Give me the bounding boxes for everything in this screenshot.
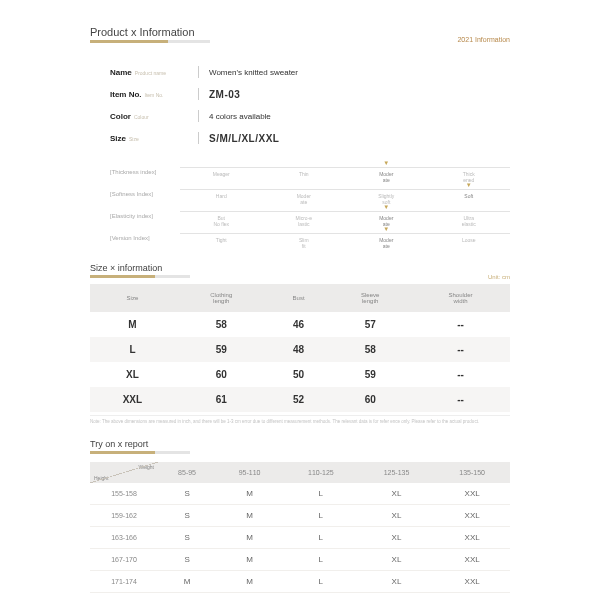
tryon-td: L [283, 505, 359, 527]
size-td: 57 [329, 312, 410, 337]
size-td: XL [90, 362, 175, 387]
tryon-td: XXL [434, 549, 510, 571]
size-td: -- [411, 312, 510, 337]
tryon-td: M [216, 483, 283, 505]
tryon-td: XXL [434, 527, 510, 549]
tryon-td: S [158, 549, 216, 571]
tryon-td: XL [359, 571, 435, 593]
tryon-row-header: 163-166 [90, 527, 158, 549]
tryon-table: WeightHeight85-9595-110110-125125-135135… [90, 462, 510, 593]
size-td: -- [411, 387, 510, 412]
size-unit: Unit: cm [90, 274, 510, 280]
tryon-td: L [283, 483, 359, 505]
info-label: NameProduct name [110, 68, 198, 77]
size-td: 59 [175, 337, 268, 362]
size-td: -- [411, 337, 510, 362]
attr-scale: HardModerateSlightlysoftSoft [180, 189, 510, 205]
size-td: 58 [329, 337, 410, 362]
attr-tick: Moderate [345, 168, 428, 183]
size-th: Size [90, 284, 175, 312]
size-td: L [90, 337, 175, 362]
size-note: Note: The above dimensions are measured … [90, 415, 510, 425]
size-td: 52 [268, 387, 330, 412]
tryon-th: 85-95 [158, 462, 216, 483]
size-title: Size × information [90, 263, 510, 273]
attr-tick: Slimfit [263, 234, 346, 249]
tryon-td: S [158, 527, 216, 549]
attr-tick: Thickened [428, 168, 511, 183]
tryon-td: S [158, 483, 216, 505]
tryon-td: L [283, 549, 359, 571]
attr-row: [Version Index]TightSlimfitModerateLoose [110, 233, 510, 249]
tryon-td: L [283, 571, 359, 593]
product-info: NameProduct nameWomen's knitted sweaterI… [110, 61, 510, 149]
attr-tick: Slightlysoft [345, 190, 428, 205]
attr-scale: ButNo flexMicro-elasticModerateUltraelas… [180, 211, 510, 227]
tryon-th: 135-150 [434, 462, 510, 483]
tryon-td: XXL [434, 571, 510, 593]
tryon-td: L [283, 527, 359, 549]
size-table: SizeClothinglengthBustSleevelengthShould… [90, 284, 510, 412]
info-separator [198, 110, 199, 122]
size-th: Sleevelength [329, 284, 410, 312]
attr-label: [Elasticity index] [110, 211, 180, 219]
tryon-td: S [158, 505, 216, 527]
attr-tick: Tight [180, 234, 263, 249]
info-label: SizeSize [110, 134, 198, 143]
size-td: 61 [175, 387, 268, 412]
attr-tick: Hard [180, 190, 263, 205]
info-separator [198, 66, 199, 78]
tryon-td: M [158, 571, 216, 593]
size-td: M [90, 312, 175, 337]
size-td: -- [411, 362, 510, 387]
tryon-row-header: 159-162 [90, 505, 158, 527]
size-td: 58 [175, 312, 268, 337]
attr-tick: ButNo flex [180, 212, 263, 227]
tryon-td: XL [359, 483, 435, 505]
page: Product x Information 2021 Information N… [0, 0, 600, 600]
size-td: 60 [329, 387, 410, 412]
size-td: 48 [268, 337, 330, 362]
info-value: S/M/L/XL/XXL [209, 133, 279, 144]
info-separator [198, 132, 199, 144]
attr-label: [Thickness index] [110, 167, 180, 175]
attr-tick: Loose [428, 234, 511, 249]
page-title: Product x Information [90, 26, 210, 38]
attribute-scales: [Thickness index]MeagerThinModerateThick… [110, 167, 510, 249]
tryon-td: XL [359, 505, 435, 527]
tryon-row-header: 171-174 [90, 571, 158, 593]
tryon-title: Try on x report [90, 439, 510, 449]
tryon-th: 95-110 [216, 462, 283, 483]
tryon-row-header: 155-158 [90, 483, 158, 505]
attr-row: [Thickness index]MeagerThinModerateThick… [110, 167, 510, 183]
tryon-td: M [216, 505, 283, 527]
tryon-td: XXL [434, 505, 510, 527]
tryon-corner: WeightHeight [90, 462, 158, 483]
attr-scale: TightSlimfitModerateLoose [180, 233, 510, 249]
info-row: Item No.Item No.ZM-03 [110, 83, 510, 105]
tryon-td: XL [359, 527, 435, 549]
info-row: ColorColour4 colors available [110, 105, 510, 127]
info-value: Women's knitted sweater [209, 68, 298, 77]
tryon-td: XXL [434, 483, 510, 505]
info-value: ZM-03 [209, 89, 240, 100]
size-td: 60 [175, 362, 268, 387]
size-td: XXL [90, 387, 175, 412]
header: Product x Information 2021 Information [90, 26, 510, 43]
size-th: Bust [268, 284, 330, 312]
tryon-th: 110-125 [283, 462, 359, 483]
attr-tick: Thin [263, 168, 346, 183]
tryon-td: M [216, 571, 283, 593]
title-underline [90, 40, 210, 43]
header-year: 2021 Information [457, 36, 510, 43]
size-section: Size × information Unit: cm SizeClothing… [90, 263, 510, 425]
info-label: Item No.Item No. [110, 90, 198, 99]
attr-tick: Moderate [345, 234, 428, 249]
info-value: 4 colors available [209, 112, 271, 121]
tryon-td: XL [359, 549, 435, 571]
info-label: ColorColour [110, 112, 198, 121]
size-td: 50 [268, 362, 330, 387]
size-th: Shoulderwidth [411, 284, 510, 312]
attr-tick: Micro-elastic [263, 212, 346, 227]
tryon-th: 125-135 [359, 462, 435, 483]
